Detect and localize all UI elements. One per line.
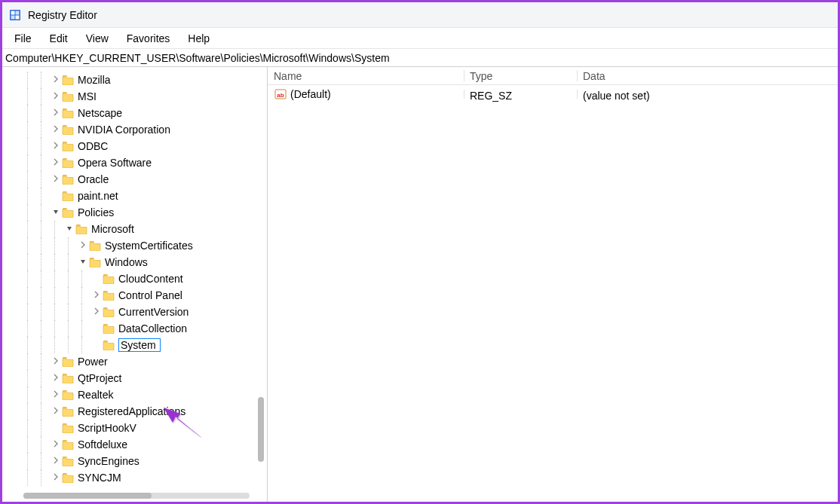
value-data: (value not set)	[577, 87, 838, 102]
folder-icon	[61, 472, 75, 484]
expander-icon[interactable]	[51, 175, 61, 184]
svg-text:ab: ab	[277, 92, 284, 99]
tree-item[interactable]: Control Panel	[4, 287, 267, 304]
folder-icon	[61, 372, 75, 384]
tree-item[interactable]: CloudContent	[4, 270, 267, 287]
tree-item-label: NVIDIA Corporation	[78, 124, 170, 136]
column-header-name[interactable]: Name	[268, 67, 464, 84]
tree-item[interactable]: RegisteredApplications	[4, 403, 267, 420]
expander-icon[interactable]	[51, 125, 61, 134]
tree-item[interactable]: ODBC	[4, 138, 267, 154]
folder-icon	[61, 90, 75, 102]
expander-icon[interactable]	[51, 374, 61, 383]
tree-item-label: SystemCertificates	[105, 240, 193, 252]
column-header-data[interactable]: Data	[577, 67, 838, 84]
tree-item-label: CurrentVersion	[118, 306, 189, 318]
string-value-icon: ab	[274, 88, 287, 100]
tree-item-label: RegisteredApplications	[78, 405, 185, 417]
values-pane: Name Type Data ab(Default)REG_SZ(value n…	[268, 67, 838, 502]
values-list[interactable]: ab(Default)REG_SZ(value not set)	[268, 85, 838, 103]
expander-icon[interactable]	[78, 241, 88, 250]
title-bar: Registry Editor	[2, 2, 838, 28]
tree-item-label: Microsoft	[91, 223, 134, 235]
tree-item-label: Oracle	[78, 173, 109, 185]
expander-icon[interactable]	[51, 75, 61, 84]
tree-item-label: SyncEngines	[78, 455, 139, 467]
expander-icon[interactable]	[51, 473, 61, 482]
folder-icon	[61, 173, 75, 185]
tree-item[interactable]: Power	[4, 353, 267, 370]
folder-icon	[102, 322, 115, 334]
expander-icon[interactable]	[51, 208, 61, 217]
horizontal-scrollbar[interactable]	[23, 493, 250, 499]
tree-item[interactable]: Policies	[4, 204, 267, 221]
tree-item[interactable]: SystemCertificates	[4, 237, 267, 254]
expander-icon[interactable]	[51, 158, 61, 167]
folder-icon	[88, 256, 102, 268]
tree-item[interactable]: MSI	[4, 88, 267, 105]
tree-item[interactable]: paint.net	[4, 188, 267, 204]
tree-item[interactable]: NVIDIA Corporation	[4, 121, 267, 138]
tree-item[interactable]: Opera Software	[4, 154, 267, 171]
tree-view[interactable]: MozillaMSINetscapeNVIDIA CorporationODBC…	[2, 67, 267, 502]
window-title: Registry Editor	[28, 9, 97, 21]
folder-icon	[61, 107, 75, 119]
expander-icon[interactable]	[51, 92, 61, 101]
tree-item[interactable]: Oracle	[4, 171, 267, 188]
tree-item-label: QtProject	[78, 372, 121, 384]
expander-icon[interactable]	[51, 457, 61, 466]
folder-icon	[102, 289, 115, 301]
tree-item[interactable]: QtProject	[4, 370, 267, 386]
value-row[interactable]: ab(Default)REG_SZ(value not set)	[268, 85, 838, 103]
expander-icon[interactable]	[51, 440, 61, 449]
menu-file[interactable]: File	[5, 29, 41, 47]
tree-item[interactable]: Microsoft	[4, 221, 267, 237]
folder-icon	[61, 140, 75, 152]
horizontal-scroll-thumb[interactable]	[23, 493, 152, 499]
value-name: (Default)	[290, 88, 331, 100]
expander-icon[interactable]	[91, 307, 102, 316]
tree-item-label: ScriptHookV	[78, 422, 136, 434]
menu-favorites[interactable]: Favorites	[118, 29, 179, 47]
tree-item-label: MSI	[78, 90, 97, 102]
tree-item[interactable]: Realtek	[4, 386, 267, 403]
tree-item-label: Realtek	[78, 389, 113, 401]
vertical-scroll-thumb[interactable]	[258, 397, 264, 462]
address-bar[interactable]: Computer\HKEY_CURRENT_USER\Software\Poli…	[2, 49, 838, 67]
expander-icon[interactable]	[51, 390, 61, 399]
tree-item[interactable]: SYNCJM	[4, 469, 267, 486]
tree-item[interactable]: DataCollection	[4, 320, 267, 337]
tree-item-label: Policies	[78, 206, 114, 218]
folder-icon	[88, 240, 102, 252]
tree-item[interactable]: Mozilla	[4, 72, 267, 88]
menu-help[interactable]: Help	[179, 29, 219, 47]
expander-icon[interactable]	[51, 357, 61, 366]
tree-item[interactable]: Windows	[4, 254, 267, 270]
svg-rect-3	[11, 15, 15, 19]
tree-item[interactable]: CurrentVersion	[4, 304, 267, 320]
tree-item[interactable]	[4, 337, 267, 353]
expander-icon[interactable]	[51, 108, 61, 118]
folder-icon	[61, 206, 75, 218]
tree-item[interactable]: Softdeluxe	[4, 436, 267, 453]
folder-icon	[75, 223, 88, 235]
tree-pane: MozillaMSINetscapeNVIDIA CorporationODBC…	[2, 67, 268, 502]
column-header-type[interactable]: Type	[464, 67, 577, 84]
expander-icon[interactable]	[78, 258, 88, 267]
tree-item-rename-input[interactable]	[118, 338, 161, 352]
tree-item[interactable]: ScriptHookV	[4, 420, 267, 436]
expander-icon[interactable]	[51, 407, 61, 416]
folder-icon	[102, 306, 115, 318]
tree-item[interactable]: SyncEngines	[4, 453, 267, 469]
tree-item[interactable]: Netscape	[4, 105, 267, 121]
expander-icon[interactable]	[91, 291, 102, 300]
tree-item-label: SYNCJM	[78, 472, 121, 484]
app-icon	[8, 8, 22, 22]
tree-item-label: Netscape	[78, 107, 122, 119]
menu-view[interactable]: View	[77, 29, 118, 47]
expander-icon[interactable]	[64, 225, 75, 234]
menu-edit[interactable]: Edit	[41, 29, 77, 47]
expander-icon[interactable]	[51, 142, 61, 151]
content-area: MozillaMSINetscapeNVIDIA CorporationODBC…	[2, 67, 838, 502]
tree-item-label: CloudContent	[118, 273, 183, 285]
